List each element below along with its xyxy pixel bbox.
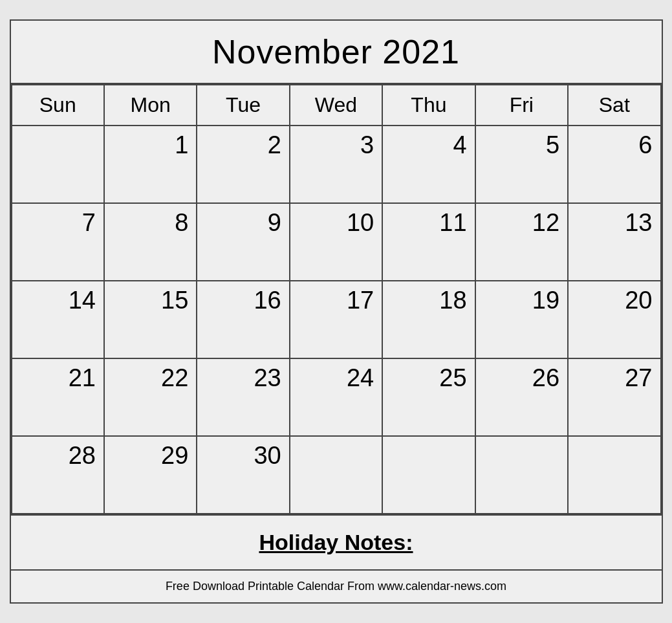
calendar-day[interactable]: 5 xyxy=(475,126,568,203)
calendar-day[interactable]: 24 xyxy=(290,358,382,436)
day-header-sun: Sun xyxy=(12,85,104,126)
calendar-wrapper: November 2021 SunMonTueWedThuFriSat 1234… xyxy=(0,0,672,623)
day-header-mon: Mon xyxy=(104,85,197,126)
calendar-day[interactable]: 29 xyxy=(104,436,197,514)
calendar-week-row: 14151617181920 xyxy=(12,281,661,358)
calendar-day[interactable]: 20 xyxy=(568,281,660,358)
calendar-day[interactable]: 22 xyxy=(104,358,197,436)
day-header-wed: Wed xyxy=(290,85,382,126)
calendar-week-row: 123456 xyxy=(12,126,661,203)
calendar-day[interactable]: 28 xyxy=(12,436,104,514)
calendar-day[interactable]: 16 xyxy=(197,281,289,358)
calendar-week-row: 21222324252627 xyxy=(12,358,661,436)
calendar-grid: SunMonTueWedThuFriSat 123456789101112131… xyxy=(11,84,662,514)
footer: Free Download Printable Calendar From ww… xyxy=(11,569,662,602)
calendar-day[interactable] xyxy=(382,436,475,514)
calendar-day[interactable]: 18 xyxy=(382,281,475,358)
day-header-thu: Thu xyxy=(382,85,475,126)
calendar-day[interactable] xyxy=(12,126,104,203)
calendar-day[interactable] xyxy=(568,436,660,514)
calendar-day[interactable]: 26 xyxy=(475,358,568,436)
calendar-day[interactable]: 3 xyxy=(290,126,382,203)
calendar: November 2021 SunMonTueWedThuFriSat 1234… xyxy=(10,19,663,604)
holiday-notes: Holiday Notes: xyxy=(11,514,662,569)
calendar-day[interactable]: 25 xyxy=(382,358,475,436)
calendar-week-row: 78910111213 xyxy=(12,203,661,281)
calendar-day[interactable]: 7 xyxy=(12,203,104,281)
calendar-day[interactable]: 1 xyxy=(104,126,197,203)
calendar-day[interactable]: 2 xyxy=(197,126,289,203)
calendar-day[interactable]: 15 xyxy=(104,281,197,358)
calendar-week-row: 282930 xyxy=(12,436,661,514)
calendar-day[interactable]: 6 xyxy=(568,126,660,203)
day-header-fri: Fri xyxy=(475,85,568,126)
calendar-day[interactable]: 13 xyxy=(568,203,660,281)
days-header-row: SunMonTueWedThuFriSat xyxy=(12,85,661,126)
calendar-day[interactable]: 17 xyxy=(290,281,382,358)
calendar-day[interactable]: 23 xyxy=(197,358,289,436)
calendar-day[interactable] xyxy=(475,436,568,514)
calendar-title: November 2021 xyxy=(11,21,662,84)
calendar-day[interactable]: 12 xyxy=(475,203,568,281)
calendar-day[interactable]: 30 xyxy=(197,436,289,514)
calendar-day[interactable]: 9 xyxy=(197,203,289,281)
calendar-day[interactable] xyxy=(290,436,382,514)
calendar-day[interactable]: 19 xyxy=(475,281,568,358)
calendar-day[interactable]: 27 xyxy=(568,358,660,436)
calendar-day[interactable]: 8 xyxy=(104,203,197,281)
day-header-sat: Sat xyxy=(568,85,660,126)
holiday-notes-label: Holiday Notes: xyxy=(259,530,413,554)
calendar-day[interactable]: 14 xyxy=(12,281,104,358)
day-header-tue: Tue xyxy=(197,85,289,126)
calendar-day[interactable]: 21 xyxy=(12,358,104,436)
calendar-day[interactable]: 4 xyxy=(382,126,475,203)
calendar-day[interactable]: 11 xyxy=(382,203,475,281)
calendar-day[interactable]: 10 xyxy=(290,203,382,281)
